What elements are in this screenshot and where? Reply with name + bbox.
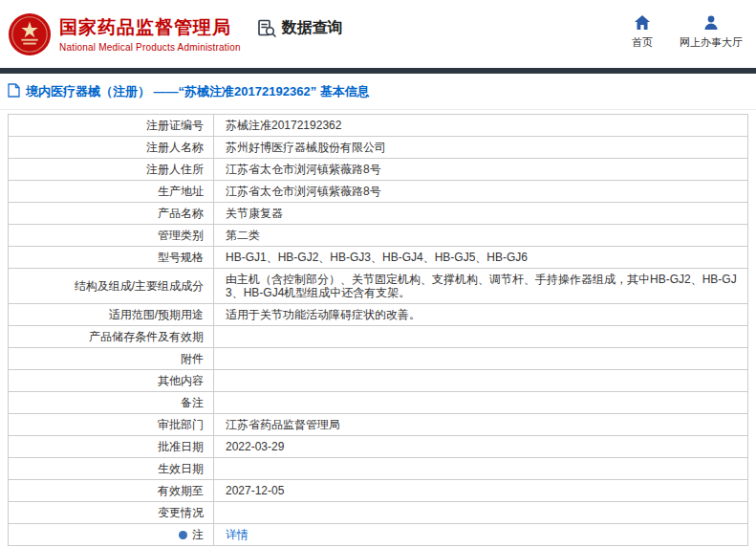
brand: 国家药品监督管理局 National Medical Products Admi… — [8, 12, 241, 56]
table-row: 结构及组成/主要组成成分 由主机（含控制部分）、关节固定机构、支撑机构、调节杆、… — [9, 269, 748, 304]
detail-link[interactable]: 详情 — [226, 528, 248, 541]
online-hall-link-label: 网上办事大厅 — [680, 35, 743, 50]
table-row: 适用范围/预期用途 适用于关节功能活动障碍症状的改善。 — [9, 304, 748, 326]
row-value: 关节康复器 — [214, 203, 748, 225]
row-value: HB-GJ1、HB-GJ2、HB-GJ3、HB-GJ4、HB-GJ5、HB-GJ… — [214, 247, 748, 269]
table-row: 产品储存条件及有效期 — [9, 326, 748, 348]
main-content: 境内医疗器械（注册） ——“苏械注准20172192362” 基本信息 注册证编… — [0, 74, 756, 546]
table-row: 备注 — [9, 392, 748, 414]
table-row: 附件 — [9, 348, 748, 370]
row-value: 江苏省药品监督管理局 — [214, 414, 748, 436]
table-row: 审批部门 江苏省药品监督管理局 — [9, 414, 748, 436]
info-table: 注册证编号 苏械注准20172192362 注册人名称 苏州好博医疗器械股份有限… — [8, 114, 748, 546]
user-icon — [703, 15, 719, 31]
online-hall-link[interactable]: 网上办事大厅 — [680, 15, 743, 50]
table-row: 注 详情 — [9, 524, 748, 546]
row-label: 注册证编号 — [9, 115, 214, 137]
note-label: 注 — [192, 528, 204, 541]
table-row: 管理类别 第二类 — [9, 225, 748, 247]
row-label: 注 — [9, 524, 214, 546]
table-row: 批准日期 2022-03-29 — [9, 436, 748, 458]
note-bullet-icon — [179, 531, 187, 539]
table-row: 其他内容 — [9, 370, 748, 392]
row-value — [214, 348, 748, 370]
table-row: 注册人名称 苏州好博医疗器械股份有限公司 — [9, 137, 748, 159]
row-label: 备注 — [9, 392, 214, 414]
row-value — [214, 326, 748, 348]
page-title: 境内医疗器械（注册） ——“苏械注准20172192362” 基本信息 — [0, 74, 756, 110]
row-value — [214, 370, 748, 392]
table-row: 生产地址 江苏省太仓市浏河镇紫薇路8号 — [9, 181, 748, 203]
row-label: 产品名称 — [9, 203, 214, 225]
table-row: 有效期至 2027-12-05 — [9, 480, 748, 502]
row-label: 管理类别 — [9, 225, 214, 247]
info-table-body: 注册证编号 苏械注准20172192362 注册人名称 苏州好博医疗器械股份有限… — [9, 115, 748, 546]
row-label: 有效期至 — [9, 480, 214, 502]
row-label: 审批部门 — [9, 414, 214, 436]
row-value — [214, 392, 748, 414]
row-value: 苏州好博医疗器械股份有限公司 — [214, 137, 748, 159]
national-emblem-icon — [8, 12, 52, 56]
row-label: 变更情况 — [9, 502, 214, 524]
row-label: 注册人住所 — [9, 159, 214, 181]
row-value: 详情 — [214, 524, 748, 546]
brand-text: 国家药品监督管理局 National Medical Products Admi… — [59, 16, 241, 53]
site-subtitle: National Medical Products Administration — [59, 42, 241, 53]
home-icon — [635, 15, 650, 31]
row-label: 适用范围/预期用途 — [9, 304, 214, 326]
page-title-text: 境内医疗器械（注册） ——“苏械注准20172192362” 基本信息 — [26, 83, 370, 100]
table-row: 生效日期 — [9, 458, 748, 480]
table-row: 注册人住所 江苏省太仓市浏河镇紫薇路8号 — [9, 159, 748, 181]
table-row: 注册证编号 苏械注准20172192362 — [9, 115, 748, 137]
row-value: 苏械注准20172192362 — [214, 115, 748, 137]
row-value: 江苏省太仓市浏河镇紫薇路8号 — [214, 181, 748, 203]
home-link-label: 首页 — [632, 35, 653, 50]
data-query-label: 数据查询 — [282, 18, 343, 38]
row-value: 由主机（含控制部分）、关节固定机构、支撑机构、调节杆、手持操作器组成，其中HB-… — [214, 269, 748, 304]
table-row: 变更情况 — [9, 502, 748, 524]
row-value: 第二类 — [214, 225, 748, 247]
row-label: 注册人名称 — [9, 137, 214, 159]
row-label: 生产地址 — [9, 181, 214, 203]
home-link[interactable]: 首页 — [632, 15, 653, 50]
data-query-icon — [256, 18, 277, 39]
row-label: 其他内容 — [9, 370, 214, 392]
data-query-section-label: 数据查询 — [256, 18, 343, 39]
table-row: 产品名称 关节康复器 — [9, 203, 748, 225]
row-value: 2027-12-05 — [214, 480, 748, 502]
row-value — [214, 458, 748, 480]
row-label: 附件 — [9, 348, 214, 370]
row-value — [214, 502, 748, 524]
header: 国家药品监督管理局 National Medical Products Admi… — [0, 0, 756, 68]
row-label: 型号规格 — [9, 247, 214, 269]
row-label: 产品储存条件及有效期 — [9, 326, 214, 348]
row-value: 适用于关节功能活动障碍症状的改善。 — [214, 304, 748, 326]
row-label: 批准日期 — [9, 436, 214, 458]
row-label: 生效日期 — [9, 458, 214, 480]
table-row: 型号规格 HB-GJ1、HB-GJ2、HB-GJ3、HB-GJ4、HB-GJ5、… — [9, 247, 748, 269]
document-icon — [8, 83, 20, 100]
top-nav: 首页 网上办事大厅 — [632, 15, 743, 50]
row-value: 江苏省太仓市浏河镇紫薇路8号 — [214, 159, 748, 181]
row-label: 结构及组成/主要组成成分 — [9, 269, 214, 304]
row-value: 2022-03-29 — [214, 436, 748, 458]
site-title: 国家药品监督管理局 — [59, 16, 241, 39]
